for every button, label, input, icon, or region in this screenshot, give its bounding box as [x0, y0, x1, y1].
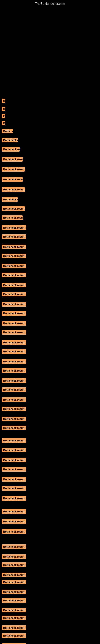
result-item-35[interactable]: Bottleneck result: [1, 416, 26, 422]
result-badge: Bottleneck result: [1, 226, 26, 230]
result-badge: Bottleneck result: [1, 330, 26, 335]
result-item-26[interactable]: Bottleneck result: [1, 330, 26, 336]
result-item-21[interactable]: Bottleneck result: [1, 283, 26, 288]
result-item-32[interactable]: Bottleneck result: [1, 388, 26, 393]
result-item-53[interactable]: Bottleneck result: [1, 598, 26, 604]
result-item-31[interactable]: Bottleneck result: [1, 378, 26, 384]
result-item-28[interactable]: Bottleneck result: [1, 349, 26, 354]
result-item-4[interactable]: B: [1, 121, 5, 126]
page-container: TheBottlenecker.com Bottleneck resultBEB…: [0, 0, 100, 644]
result-item-7[interactable]: Bottleneck result: [1, 147, 20, 152]
result-item-57[interactable]: Bottleneck result: [1, 633, 26, 639]
result-item-6[interactable]: Bottleneck result: [1, 138, 18, 143]
result-item-54[interactable]: Bottleneck result: [1, 608, 26, 613]
result-item-39[interactable]: Bottleneck result: [1, 458, 26, 463]
result-badge: Bottleneck result: [1, 633, 26, 638]
result-item-37[interactable]: Bottleneck result: [1, 438, 26, 444]
result-badge: Bottleneck result: [1, 321, 26, 326]
result-item-5[interactable]: Bottleneck result: [1, 129, 13, 134]
result-item-34[interactable]: Bottleneck result: [1, 406, 26, 412]
result-badge: Bottleneck result: [1, 608, 26, 612]
result-badge: Bottleneck result: [1, 264, 26, 268]
result-badge: Bottleneck result: [1, 98, 5, 103]
result-badge: Bottleneck result: [1, 378, 26, 383]
result-badge: Bottleneck result: [1, 467, 26, 472]
result-item-22[interactable]: Bottleneck result: [1, 292, 26, 297]
result-badge: Bottleneck result: [1, 311, 26, 316]
result-item-41[interactable]: Bottleneck result: [1, 477, 26, 482]
result-badge: Bottleneck result: [1, 197, 18, 202]
result-item-17[interactable]: Bottleneck result: [1, 244, 26, 250]
result-item-24[interactable]: Bottleneck result: [1, 311, 26, 316]
result-badge: Bottleneck result: [1, 426, 26, 430]
result-badge: Bottleneck result: [1, 496, 26, 501]
result-badge: Bottleneck result: [1, 244, 26, 249]
result-badge: Bottleneck result: [1, 509, 26, 514]
result-badge: Bottleneck result: [1, 388, 26, 392]
result-item-45[interactable]: Bottleneck result: [1, 519, 26, 525]
result-item-14[interactable]: Bottleneck result: [1, 215, 23, 221]
result-item-8[interactable]: Bottleneck result: [1, 157, 23, 162]
result-item-30[interactable]: Bottleneck result: [1, 368, 26, 374]
result-item-16[interactable]: Bottleneck result: [1, 234, 26, 240]
result-badge: Bottleneck result: [1, 368, 26, 373]
result-badge: Bottleneck result: [1, 477, 26, 482]
result-item-1[interactable]: Bottleneck result: [1, 98, 5, 104]
result-badge: Bottleneck result: [1, 167, 25, 172]
result-item-48[interactable]: Bottleneck result: [1, 554, 26, 560]
result-badge: Bottleneck result: [1, 598, 26, 603]
result-item-25[interactable]: Bottleneck result: [1, 321, 26, 326]
result-badge: Bottleneck result: [1, 283, 26, 288]
result-item-52[interactable]: Bottleneck result: [1, 590, 26, 595]
result-badge: Bottleneck result: [1, 138, 18, 142]
result-item-46[interactable]: Bottleneck result: [1, 529, 26, 535]
result-item-55[interactable]: Bottleneck result: [1, 616, 26, 621]
result-item-56[interactable]: Bottleneck result: [1, 626, 26, 631]
result-item-43[interactable]: Bottleneck result: [1, 496, 26, 502]
result-item-33[interactable]: Bottleneck result: [1, 398, 26, 403]
result-badge: Bottleneck result: [1, 206, 25, 211]
result-badge: Bottleneck result: [1, 273, 26, 277]
result-badge: Bottleneck result: [1, 486, 26, 491]
result-item-20[interactable]: Bottleneck result: [1, 273, 26, 278]
result-item-58[interactable]: Bottleneck result: [1, 643, 26, 644]
result-badge: Bottleneck result: [1, 187, 25, 192]
result-item-42[interactable]: Bottleneck result: [1, 486, 26, 492]
result-item-40[interactable]: Bottleneck result: [1, 467, 26, 472]
result-badge: Bottleneck result: [1, 340, 26, 345]
result-item-10[interactable]: Bottleneck result: [1, 177, 23, 182]
result-item-12[interactable]: Bottleneck result: [1, 197, 18, 203]
result-badge: Bottleneck result: [1, 215, 23, 220]
result-item-36[interactable]: Bottleneck result: [1, 426, 26, 431]
result-badge: Bottleneck result: [1, 448, 26, 452]
result-item-13[interactable]: Bottleneck result: [1, 206, 25, 212]
result-item-18[interactable]: Bottleneck result: [1, 254, 26, 259]
result-badge: Bottleneck result: [1, 544, 26, 549]
result-badge: Bottleneck result: [1, 129, 13, 134]
result-item-50[interactable]: Bottleneck result: [1, 572, 26, 578]
result-item-2[interactable]: B: [1, 107, 5, 112]
result-badge: Bottleneck result: [1, 458, 26, 462]
result-item-51[interactable]: Bottleneck result: [1, 580, 26, 585]
result-item-19[interactable]: Bottleneck result: [1, 264, 26, 269]
result-item-44[interactable]: Bottleneck result: [1, 509, 26, 514]
result-item-23[interactable]: Bottleneck result: [1, 302, 26, 307]
result-item-38[interactable]: Bottleneck result: [1, 448, 26, 453]
result-badge: Bottleneck result: [1, 562, 26, 567]
result-badge: B: [1, 107, 5, 111]
result-item-11[interactable]: Bottleneck result: [1, 187, 25, 192]
result-badge: Bottleneck result: [1, 554, 26, 559]
result-badge: Bottleneck result: [1, 406, 26, 411]
result-badge: E: [1, 114, 5, 118]
result-item-27[interactable]: Bottleneck result: [1, 340, 26, 346]
result-item-3[interactable]: E: [1, 114, 5, 119]
result-badge: Bottleneck result: [1, 359, 26, 364]
result-item-47[interactable]: Bottleneck result: [1, 544, 26, 550]
result-item-15[interactable]: Bottleneck result: [1, 226, 26, 231]
result-badge: Bottleneck result: [1, 292, 26, 296]
result-item-29[interactable]: Bottleneck result: [1, 359, 26, 365]
result-badge: Bottleneck result: [1, 590, 26, 594]
result-item-49[interactable]: Bottleneck result: [1, 562, 26, 568]
result-badge: Bottleneck result: [1, 519, 26, 524]
result-item-9[interactable]: Bottleneck result: [1, 167, 25, 172]
